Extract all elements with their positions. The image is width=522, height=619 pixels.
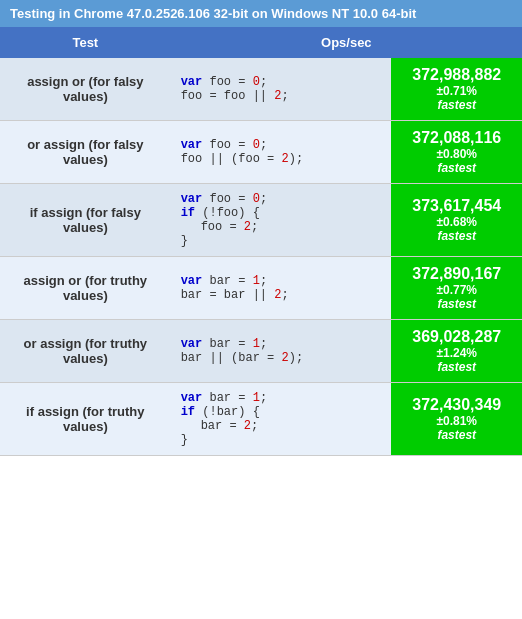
test-code: var bar = 1;bar || (bar = 2);	[171, 320, 392, 383]
ops-per-sec: 372,988,882±0.71%fastest	[391, 58, 522, 121]
test-label: or assign (for truthy values)	[0, 320, 171, 383]
test-label: if assign (for truthy values)	[0, 383, 171, 456]
test-code: var bar = 1;bar = bar || 2;	[171, 257, 392, 320]
ops-per-sec: 369,028,287±1.24%fastest	[391, 320, 522, 383]
ops-per-sec: 372,088,116±0.80%fastest	[391, 121, 522, 184]
test-label: assign or (for falsy values)	[0, 58, 171, 121]
table-row: if assign (for truthy values)var bar = 1…	[0, 383, 522, 456]
title-text: Testing in Chrome 47.0.2526.106 32-bit o…	[10, 6, 416, 21]
test-code: var bar = 1;if (!bar) {bar = 2;}	[171, 383, 392, 456]
table-row: or assign (for truthy values)var bar = 1…	[0, 320, 522, 383]
test-label: or assign (for falsy values)	[0, 121, 171, 184]
header-ops: Ops/sec	[171, 27, 522, 58]
ops-per-sec: 372,890,167±0.77%fastest	[391, 257, 522, 320]
table-row: or assign (for falsy values)var foo = 0;…	[0, 121, 522, 184]
test-code: var foo = 0;foo = foo || 2;	[171, 58, 392, 121]
ops-per-sec: 372,430,349±0.81%fastest	[391, 383, 522, 456]
table-row: if assign (for falsy values)var foo = 0;…	[0, 184, 522, 257]
table-row: assign or (for falsy values)var foo = 0;…	[0, 58, 522, 121]
header-test: Test	[0, 27, 171, 58]
table-row: assign or (for truthy values)var bar = 1…	[0, 257, 522, 320]
ops-per-sec: 373,617,454±0.68%fastest	[391, 184, 522, 257]
test-code: var foo = 0;if (!foo) {foo = 2;}	[171, 184, 392, 257]
title-bar: Testing in Chrome 47.0.2526.106 32-bit o…	[0, 0, 522, 27]
test-label: assign or (for truthy values)	[0, 257, 171, 320]
test-code: var foo = 0;foo || (foo = 2);	[171, 121, 392, 184]
test-label: if assign (for falsy values)	[0, 184, 171, 257]
